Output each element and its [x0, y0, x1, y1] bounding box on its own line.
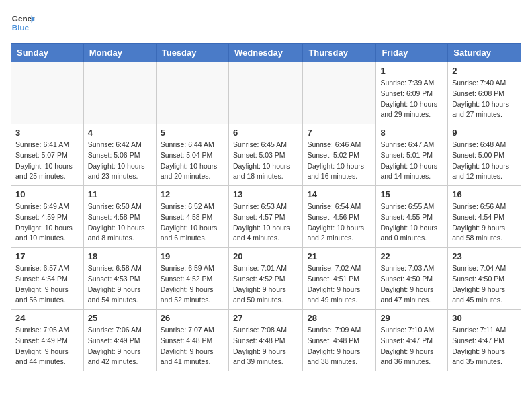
day-number: 24	[15, 313, 79, 323]
day-number: 3	[15, 128, 79, 138]
calendar-cell: 20Sunrise: 7:01 AM Sunset: 4:52 PM Dayli…	[228, 248, 302, 310]
day-number: 30	[452, 313, 517, 323]
day-number: 29	[380, 313, 443, 323]
day-number: 11	[88, 189, 152, 199]
day-info: Sunrise: 7:39 AM Sunset: 6:09 PM Dayligh…	[380, 78, 443, 120]
day-info: Sunrise: 7:06 AM Sunset: 4:49 PM Dayligh…	[88, 325, 152, 367]
day-number: 10	[15, 189, 79, 199]
calendar-cell: 3Sunrise: 6:41 AM Sunset: 5:07 PM Daylig…	[11, 124, 84, 186]
day-number: 16	[452, 189, 517, 199]
calendar-cell: 2Sunrise: 7:40 AM Sunset: 6:08 PM Daylig…	[448, 62, 521, 124]
calendar-cell: 17Sunrise: 6:57 AM Sunset: 4:54 PM Dayli…	[11, 248, 84, 310]
weekday-header-sunday: Sunday	[11, 44, 84, 62]
day-info: Sunrise: 7:09 AM Sunset: 4:48 PM Dayligh…	[307, 325, 371, 367]
calendar-cell: 23Sunrise: 7:04 AM Sunset: 4:50 PM Dayli…	[448, 248, 521, 310]
calendar-cell	[303, 62, 376, 124]
calendar-cell: 10Sunrise: 6:49 AM Sunset: 4:59 PM Dayli…	[11, 186, 84, 248]
day-number: 9	[452, 128, 517, 138]
weekday-header-row: SundayMondayTuesdayWednesdayThursdayFrid…	[11, 44, 521, 62]
day-number: 6	[233, 128, 298, 138]
calendar-table: SundayMondayTuesdayWednesdayThursdayFrid…	[11, 43, 521, 371]
week-row-2: 3Sunrise: 6:41 AM Sunset: 5:07 PM Daylig…	[11, 124, 521, 186]
day-info: Sunrise: 6:58 AM Sunset: 4:53 PM Dayligh…	[88, 263, 152, 306]
day-number: 21	[307, 251, 371, 261]
week-row-3: 10Sunrise: 6:49 AM Sunset: 4:59 PM Dayli…	[11, 186, 521, 248]
calendar-cell	[83, 62, 156, 124]
weekday-header-monday: Monday	[83, 44, 156, 62]
page-header: General Blue	[11, 11, 521, 35]
day-info: Sunrise: 7:10 AM Sunset: 4:47 PM Dayligh…	[380, 325, 443, 367]
calendar-cell: 9Sunrise: 6:48 AM Sunset: 5:00 PM Daylig…	[448, 124, 521, 186]
day-info: Sunrise: 6:48 AM Sunset: 5:00 PM Dayligh…	[452, 140, 517, 182]
calendar-cell	[228, 62, 302, 124]
day-info: Sunrise: 7:40 AM Sunset: 6:08 PM Dayligh…	[452, 78, 517, 120]
calendar-cell: 16Sunrise: 6:56 AM Sunset: 4:54 PM Dayli…	[448, 186, 521, 248]
day-info: Sunrise: 6:54 AM Sunset: 4:56 PM Dayligh…	[307, 201, 371, 244]
day-info: Sunrise: 7:03 AM Sunset: 4:50 PM Dayligh…	[380, 263, 443, 306]
day-info: Sunrise: 6:50 AM Sunset: 4:58 PM Dayligh…	[88, 201, 152, 244]
day-info: Sunrise: 6:55 AM Sunset: 4:55 PM Dayligh…	[380, 201, 443, 244]
calendar-cell: 29Sunrise: 7:10 AM Sunset: 4:47 PM Dayli…	[376, 310, 448, 371]
day-number: 25	[88, 313, 152, 323]
day-number: 1	[380, 66, 443, 76]
day-number: 12	[161, 189, 224, 199]
day-info: Sunrise: 7:05 AM Sunset: 4:49 PM Dayligh…	[15, 325, 79, 367]
calendar-cell: 15Sunrise: 6:55 AM Sunset: 4:55 PM Dayli…	[376, 186, 448, 248]
day-info: Sunrise: 6:59 AM Sunset: 4:52 PM Dayligh…	[161, 263, 224, 306]
day-number: 14	[307, 189, 371, 199]
day-number: 5	[161, 128, 224, 138]
calendar-cell: 4Sunrise: 6:42 AM Sunset: 5:06 PM Daylig…	[83, 124, 156, 186]
day-number: 13	[233, 189, 298, 199]
day-number: 20	[233, 251, 298, 261]
calendar-cell: 21Sunrise: 7:02 AM Sunset: 4:51 PM Dayli…	[303, 248, 376, 310]
week-row-4: 17Sunrise: 6:57 AM Sunset: 4:54 PM Dayli…	[11, 248, 521, 310]
calendar-cell: 27Sunrise: 7:08 AM Sunset: 4:48 PM Dayli…	[228, 310, 302, 371]
day-info: Sunrise: 6:44 AM Sunset: 5:04 PM Dayligh…	[161, 140, 224, 182]
day-info: Sunrise: 6:45 AM Sunset: 5:03 PM Dayligh…	[233, 140, 298, 182]
logo: General Blue	[11, 11, 35, 35]
calendar-cell: 5Sunrise: 6:44 AM Sunset: 5:04 PM Daylig…	[156, 124, 228, 186]
calendar-cell: 18Sunrise: 6:58 AM Sunset: 4:53 PM Dayli…	[83, 248, 156, 310]
weekday-header-thursday: Thursday	[303, 44, 376, 62]
calendar-cell: 19Sunrise: 6:59 AM Sunset: 4:52 PM Dayli…	[156, 248, 228, 310]
calendar-cell: 6Sunrise: 6:45 AM Sunset: 5:03 PM Daylig…	[228, 124, 302, 186]
day-number: 22	[380, 251, 443, 261]
day-info: Sunrise: 6:41 AM Sunset: 5:07 PM Dayligh…	[15, 140, 79, 182]
calendar-cell: 30Sunrise: 7:11 AM Sunset: 4:47 PM Dayli…	[448, 310, 521, 371]
calendar-cell: 7Sunrise: 6:46 AM Sunset: 5:02 PM Daylig…	[303, 124, 376, 186]
calendar-cell: 11Sunrise: 6:50 AM Sunset: 4:58 PM Dayli…	[83, 186, 156, 248]
logo-icon: General Blue	[11, 11, 35, 35]
day-info: Sunrise: 6:47 AM Sunset: 5:01 PM Dayligh…	[380, 140, 443, 182]
calendar-cell: 12Sunrise: 6:52 AM Sunset: 4:58 PM Dayli…	[156, 186, 228, 248]
day-info: Sunrise: 6:57 AM Sunset: 4:54 PM Dayligh…	[15, 263, 79, 306]
day-info: Sunrise: 7:07 AM Sunset: 4:48 PM Dayligh…	[161, 325, 224, 367]
day-number: 28	[307, 313, 371, 323]
calendar-cell: 24Sunrise: 7:05 AM Sunset: 4:49 PM Dayli…	[11, 310, 84, 371]
day-number: 26	[161, 313, 224, 323]
day-number: 8	[380, 128, 443, 138]
day-info: Sunrise: 7:01 AM Sunset: 4:52 PM Dayligh…	[233, 263, 298, 306]
calendar-cell: 28Sunrise: 7:09 AM Sunset: 4:48 PM Dayli…	[303, 310, 376, 371]
day-info: Sunrise: 7:02 AM Sunset: 4:51 PM Dayligh…	[307, 263, 371, 306]
calendar-cell	[11, 62, 84, 124]
day-info: Sunrise: 6:42 AM Sunset: 5:06 PM Dayligh…	[88, 140, 152, 182]
calendar-cell: 1Sunrise: 7:39 AM Sunset: 6:09 PM Daylig…	[376, 62, 448, 124]
day-info: Sunrise: 7:04 AM Sunset: 4:50 PM Dayligh…	[452, 263, 517, 306]
svg-text:Blue: Blue	[12, 23, 30, 32]
calendar-cell	[156, 62, 228, 124]
calendar-cell: 8Sunrise: 6:47 AM Sunset: 5:01 PM Daylig…	[376, 124, 448, 186]
weekday-header-wednesday: Wednesday	[228, 44, 302, 62]
calendar-cell: 13Sunrise: 6:53 AM Sunset: 4:57 PM Dayli…	[228, 186, 302, 248]
day-info: Sunrise: 6:52 AM Sunset: 4:58 PM Dayligh…	[161, 201, 224, 244]
calendar-cell: 25Sunrise: 7:06 AM Sunset: 4:49 PM Dayli…	[83, 310, 156, 371]
day-info: Sunrise: 7:08 AM Sunset: 4:48 PM Dayligh…	[233, 325, 298, 367]
calendar-cell: 22Sunrise: 7:03 AM Sunset: 4:50 PM Dayli…	[376, 248, 448, 310]
weekday-header-tuesday: Tuesday	[156, 44, 228, 62]
day-number: 18	[88, 251, 152, 261]
day-number: 23	[452, 251, 517, 261]
week-row-1: 1Sunrise: 7:39 AM Sunset: 6:09 PM Daylig…	[11, 62, 521, 124]
week-row-5: 24Sunrise: 7:05 AM Sunset: 4:49 PM Dayli…	[11, 310, 521, 371]
day-number: 17	[15, 251, 79, 261]
day-info: Sunrise: 6:46 AM Sunset: 5:02 PM Dayligh…	[307, 140, 371, 182]
day-info: Sunrise: 6:53 AM Sunset: 4:57 PM Dayligh…	[233, 201, 298, 244]
